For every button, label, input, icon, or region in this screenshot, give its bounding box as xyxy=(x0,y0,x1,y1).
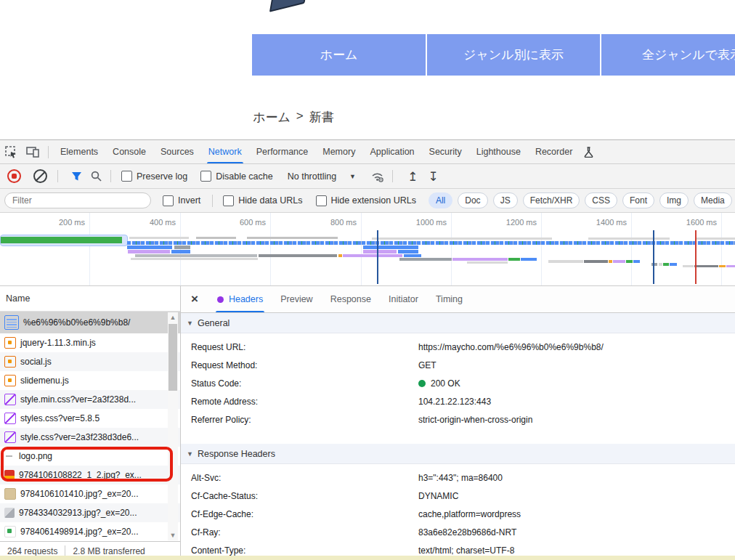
detail-tab[interactable]: Initiator xyxy=(380,286,427,312)
detail-tab[interactable]: Response xyxy=(322,286,380,312)
time-tick-label: 400 ms xyxy=(129,218,176,227)
nav-button[interactable]: ホーム xyxy=(252,34,427,76)
scroll-down-arrow[interactable]: ▼ xyxy=(168,530,178,540)
export-har-icon[interactable]: ↧ xyxy=(428,169,438,184)
response-headers-section-header[interactable]: ▼ Response Headers xyxy=(181,444,735,464)
disable-cache-checkbox[interactable] xyxy=(200,171,211,182)
request-row[interactable]: social.js xyxy=(0,352,180,371)
request-row[interactable]: 9784106101410.jpg?_ex=20... xyxy=(0,484,180,503)
invert-label: Invert xyxy=(178,195,200,206)
search-icon[interactable] xyxy=(91,171,102,182)
resource-type-filter-pill[interactable]: JS xyxy=(493,192,518,208)
devtools-tab-label: Console xyxy=(113,147,146,157)
file-type-icon xyxy=(4,488,16,500)
waterfall-bar xyxy=(584,260,608,263)
header-value: 104.21.22.123:443 xyxy=(418,397,491,407)
detail-tab[interactable]: Headers xyxy=(208,286,272,312)
devtools-tab[interactable]: Network xyxy=(201,140,249,163)
nav-button[interactable]: ジャンル別に表示 xyxy=(427,34,601,76)
request-row[interactable]: style.css?ver=2a3f238d3de6... xyxy=(0,428,180,447)
waterfall-bar xyxy=(452,258,508,261)
hide-extension-urls-checkbox[interactable] xyxy=(316,195,327,206)
devtools-tab[interactable]: Recorder xyxy=(528,140,580,163)
inspect-element-icon[interactable] xyxy=(4,145,18,159)
request-row[interactable]: 9784106108822_1_2.jpg?_ex... xyxy=(0,466,180,484)
gridline xyxy=(451,213,452,285)
request-row[interactable]: 9784061498914.jpg?_ex=20... xyxy=(0,522,180,541)
header-value: strict-origin-when-cross-origin xyxy=(418,415,532,425)
request-row[interactable]: %e6%96%b0%e6%9b%b8/ xyxy=(0,312,180,333)
nav-button-label: ジャンル別に表示 xyxy=(463,46,564,63)
devtools-tab[interactable]: Application xyxy=(362,140,421,163)
header-row: Referrer Policy: strict-origin-when-cros… xyxy=(181,410,735,429)
devtools-tab-label: Network xyxy=(208,147,242,157)
devtools-tab[interactable]: Elements xyxy=(53,140,105,163)
clear-network-log-button[interactable] xyxy=(33,169,47,183)
devtools-tab[interactable]: Performance xyxy=(249,140,316,163)
resource-type-filter-pill[interactable]: Fetch/XHR xyxy=(523,192,580,208)
gridline xyxy=(541,213,542,285)
request-row[interactable]: style.min.css?ver=2a3f238d... xyxy=(0,390,180,409)
invert-checkbox[interactable] xyxy=(163,195,174,206)
devtools-tab[interactable]: Sources xyxy=(153,140,201,163)
waterfall-bar xyxy=(663,263,669,266)
devtools-tab-label: Lighthouse xyxy=(476,147,521,157)
request-row[interactable]: styles.css?ver=5.8.5 xyxy=(0,409,180,428)
request-row[interactable]: logo.png xyxy=(0,447,180,466)
devtools-tab[interactable]: Lighthouse xyxy=(469,140,528,163)
resource-type-filter-pill[interactable]: Font xyxy=(622,192,654,208)
devtools-tab[interactable]: Security xyxy=(422,140,469,163)
request-row[interactable]: slidemenu.js xyxy=(0,371,180,390)
request-name: styles.css?ver=5.8.5 xyxy=(20,413,100,423)
resource-type-filter-pill[interactable]: All xyxy=(429,192,452,208)
waterfall-bar xyxy=(1,237,122,243)
filter-input[interactable] xyxy=(4,192,151,208)
detail-tab[interactable]: Timing xyxy=(427,286,471,312)
close-icon[interactable]: × xyxy=(191,292,198,307)
waterfall-bar xyxy=(696,238,735,240)
devtools-tab[interactable]: Console xyxy=(105,140,153,163)
nav-button[interactable]: 全ジャンルで表示 xyxy=(601,34,735,76)
gridline xyxy=(89,213,90,285)
preserve-log-checkbox[interactable] xyxy=(121,171,132,182)
filter-funnel-icon[interactable] xyxy=(71,171,82,181)
header-row: Cf-Edge-Cache: cache,platform=wordpress xyxy=(181,505,735,523)
request-row[interactable]: jquery-1.11.3.min.js xyxy=(0,333,180,352)
header-row: Request Method: GET xyxy=(181,356,735,374)
detail-tab-label: Headers xyxy=(229,294,263,304)
request-row[interactable]: 9784334032913.jpg?_ex=20... xyxy=(0,503,180,522)
request-name: style.min.css?ver=2a3f238d... xyxy=(20,394,136,405)
time-tick-label: 800 ms xyxy=(310,218,357,227)
name-column-header[interactable]: Name xyxy=(0,286,180,312)
waterfall-bar xyxy=(548,260,583,263)
record-network-log-button[interactable] xyxy=(7,169,21,183)
throttling-select[interactable]: No throttling xyxy=(288,171,336,182)
event-marker-line xyxy=(653,230,654,284)
file-type-icon xyxy=(4,431,16,443)
waterfall-bar xyxy=(338,254,342,257)
scrollbar-thumb[interactable] xyxy=(168,324,177,391)
preserve-log-label: Preserve log xyxy=(137,171,187,182)
scrollbar[interactable]: ▲ ▼ xyxy=(168,312,178,540)
resource-type-filter-pill[interactable]: Media xyxy=(694,192,732,208)
detail-tab[interactable]: Preview xyxy=(272,286,321,312)
breadcrumb-home-link[interactable]: ホーム xyxy=(253,109,291,126)
header-name: Cf-Edge-Cache: xyxy=(191,509,418,519)
network-main: Name %e6%96%b0%e6%9b%b8/ jquery-1.11.3.m… xyxy=(0,286,735,560)
resource-type-filter-pill[interactable]: Doc xyxy=(458,192,487,208)
resource-type-filter-pill[interactable]: Img xyxy=(659,192,689,208)
chevron-down-icon[interactable]: ▼ xyxy=(349,173,356,180)
header-name: Cf-Cache-Status: xyxy=(191,491,418,501)
scroll-up-arrow[interactable]: ▲ xyxy=(168,312,178,322)
import-har-icon[interactable]: ↥ xyxy=(407,169,418,184)
network-overview[interactable]: 200 ms400 ms600 ms800 ms1000 ms1200 ms14… xyxy=(0,213,735,286)
network-conditions-icon[interactable] xyxy=(370,171,385,182)
nav-button-label: ホーム xyxy=(320,46,358,63)
device-toolbar-icon[interactable] xyxy=(25,145,40,159)
devtools-tab[interactable]: Memory xyxy=(315,140,362,163)
general-section-header[interactable]: ▼ General xyxy=(181,313,735,333)
resource-type-filter-pill[interactable]: CSS xyxy=(585,192,617,208)
waterfall-bar xyxy=(196,237,236,239)
hide-data-urls-checkbox[interactable] xyxy=(223,195,234,206)
header-row: Cf-Cache-Status: DYNAMIC xyxy=(181,487,735,505)
